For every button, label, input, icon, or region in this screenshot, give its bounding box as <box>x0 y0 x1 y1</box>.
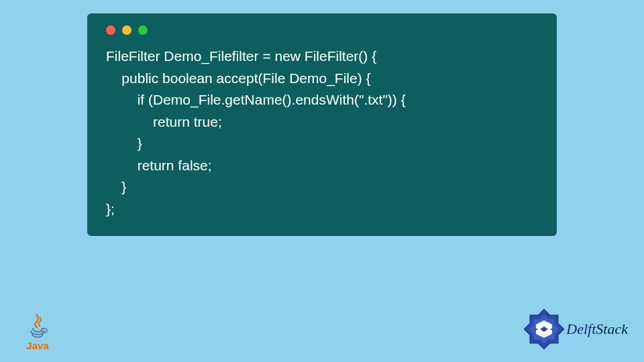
delft-part: Delft <box>566 320 596 337</box>
close-dot-icon <box>106 25 115 35</box>
code-line: return false; <box>106 158 212 173</box>
maximize-dot-icon <box>138 25 148 35</box>
java-logo: Java <box>24 312 51 351</box>
code-line: FileFilter Demo_Filefilter = new FileFil… <box>106 48 376 64</box>
code-line: public boolean accept(File Demo_File) { <box>106 70 371 86</box>
code-window: FileFilter Demo_Filefilter = new FileFil… <box>87 13 557 236</box>
code-line: } <box>106 135 142 151</box>
delftstack-icon <box>522 307 566 351</box>
java-label: Java <box>26 340 48 351</box>
code-line: return true; <box>106 114 222 129</box>
code-line: } <box>106 179 126 194</box>
minimize-dot-icon <box>122 25 131 35</box>
code-line: if (Demo_File.getName().endsWith(".txt")… <box>106 92 406 107</box>
code-content: FileFilter Demo_Filefilter = new FileFil… <box>106 46 538 220</box>
stack-part: Stack <box>596 320 628 337</box>
delftstack-logo: DelftStack <box>522 307 628 351</box>
java-cup-icon <box>24 312 51 339</box>
delftstack-text: DelftStack <box>566 320 628 338</box>
code-line: }; <box>106 201 115 217</box>
window-controls <box>106 25 538 35</box>
